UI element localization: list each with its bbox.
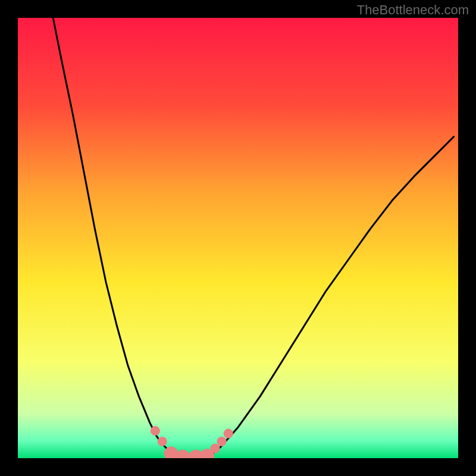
marker-dot-8 bbox=[224, 429, 233, 439]
bottleneck-chart bbox=[18, 18, 458, 458]
marker-dot-6 bbox=[211, 444, 220, 453]
marker-dot-7 bbox=[217, 437, 227, 446]
outer-frame: TheBottleneck.com bbox=[0, 0, 476, 476]
marker-dot-1 bbox=[158, 437, 167, 446]
watermark-text: TheBottleneck.com bbox=[357, 2, 469, 18]
chart-background bbox=[18, 18, 458, 458]
marker-dot-0 bbox=[151, 426, 160, 436]
